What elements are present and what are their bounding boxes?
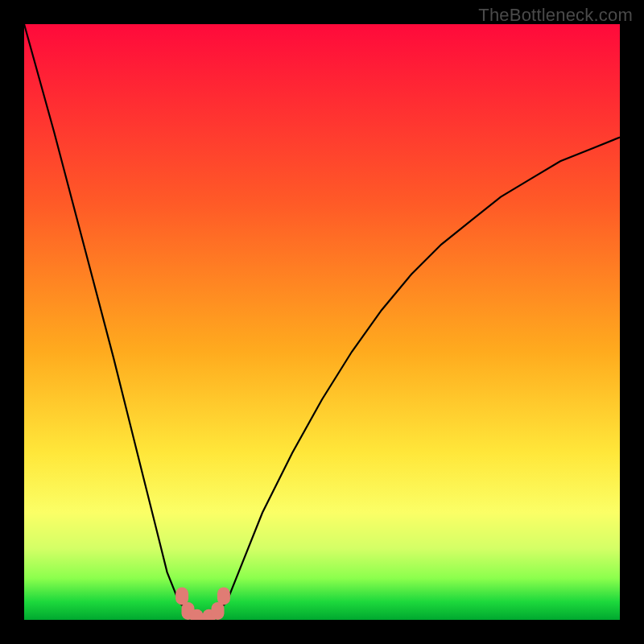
curve-marker <box>217 587 230 605</box>
watermark-text: TheBottleneck.com <box>478 5 633 26</box>
curve-marker <box>191 609 204 627</box>
curve-marker <box>212 602 225 620</box>
gradient-background <box>24 24 620 620</box>
chart-canvas <box>0 0 644 644</box>
curve-marker <box>175 587 188 605</box>
chart-root: TheBottleneck.com <box>0 0 644 644</box>
